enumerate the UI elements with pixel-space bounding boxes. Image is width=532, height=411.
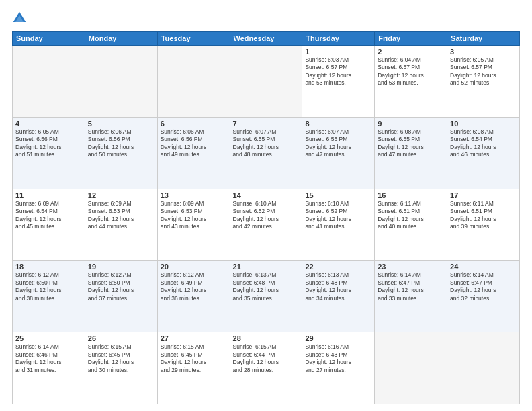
calendar-cell	[375, 332, 447, 404]
day-info: Sunrise: 6:12 AM Sunset: 6:50 PM Dayligh…	[15, 271, 82, 302]
calendar-cell: 25Sunrise: 6:14 AM Sunset: 6:46 PM Dayli…	[13, 332, 85, 404]
calendar-cell: 2Sunrise: 6:04 AM Sunset: 6:57 PM Daylig…	[375, 46, 447, 118]
day-number: 6	[161, 120, 227, 128]
weekday-header: Monday	[85, 32, 157, 46]
calendar-cell: 10Sunrise: 6:08 AM Sunset: 6:54 PM Dayli…	[447, 117, 520, 189]
day-number: 27	[161, 334, 227, 342]
calendar-cell: 15Sunrise: 6:10 AM Sunset: 6:52 PM Dayli…	[302, 189, 375, 261]
day-info: Sunrise: 6:14 AM Sunset: 6:47 PM Dayligh…	[450, 271, 517, 302]
day-number: 2	[378, 48, 444, 56]
day-number: 28	[233, 334, 300, 342]
day-info: Sunrise: 6:10 AM Sunset: 6:52 PM Dayligh…	[305, 200, 371, 231]
day-number: 11	[15, 191, 82, 199]
calendar-cell: 27Sunrise: 6:15 AM Sunset: 6:45 PM Dayli…	[157, 332, 230, 404]
day-number: 3	[450, 48, 517, 56]
day-info: Sunrise: 6:06 AM Sunset: 6:56 PM Dayligh…	[88, 128, 154, 159]
day-info: Sunrise: 6:10 AM Sunset: 6:52 PM Dayligh…	[233, 200, 300, 231]
calendar-cell	[157, 46, 230, 118]
calendar-cell: 28Sunrise: 6:15 AM Sunset: 6:44 PM Dayli…	[230, 332, 302, 404]
day-number: 23	[378, 263, 444, 271]
calendar-cell: 19Sunrise: 6:12 AM Sunset: 6:50 PM Dayli…	[85, 261, 157, 332]
day-info: Sunrise: 6:15 AM Sunset: 6:45 PM Dayligh…	[88, 343, 154, 374]
day-number: 18	[15, 263, 82, 271]
day-number: 24	[450, 263, 517, 271]
weekday-header: Wednesday	[230, 32, 302, 46]
day-number: 14	[233, 191, 300, 199]
day-info: Sunrise: 6:06 AM Sunset: 6:56 PM Dayligh…	[161, 128, 227, 159]
calendar-cell: 29Sunrise: 6:16 AM Sunset: 6:43 PM Dayli…	[302, 332, 375, 404]
day-info: Sunrise: 6:07 AM Sunset: 6:55 PM Dayligh…	[305, 128, 371, 159]
day-info: Sunrise: 6:15 AM Sunset: 6:44 PM Dayligh…	[233, 343, 300, 374]
calendar-cell: 13Sunrise: 6:09 AM Sunset: 6:53 PM Dayli…	[157, 189, 230, 261]
day-number: 10	[450, 120, 517, 128]
calendar-cell: 18Sunrise: 6:12 AM Sunset: 6:50 PM Dayli…	[13, 261, 85, 332]
day-number: 19	[88, 263, 154, 271]
day-info: Sunrise: 6:12 AM Sunset: 6:49 PM Dayligh…	[161, 271, 227, 302]
day-number: 8	[305, 120, 371, 128]
calendar-cell: 6Sunrise: 6:06 AM Sunset: 6:56 PM Daylig…	[157, 117, 230, 189]
day-number: 17	[450, 191, 517, 199]
day-number: 7	[233, 120, 300, 128]
day-info: Sunrise: 6:08 AM Sunset: 6:55 PM Dayligh…	[378, 128, 444, 159]
calendar-cell	[447, 332, 520, 404]
calendar-cell: 4Sunrise: 6:05 AM Sunset: 6:56 PM Daylig…	[13, 117, 85, 189]
day-info: Sunrise: 6:05 AM Sunset: 6:57 PM Dayligh…	[450, 56, 517, 87]
calendar-cell	[230, 46, 302, 118]
header	[12, 11, 520, 26]
day-info: Sunrise: 6:09 AM Sunset: 6:54 PM Dayligh…	[15, 200, 82, 231]
calendar-cell	[85, 46, 157, 118]
day-info: Sunrise: 6:07 AM Sunset: 6:55 PM Dayligh…	[233, 128, 300, 159]
calendar-week-row: 4Sunrise: 6:05 AM Sunset: 6:56 PM Daylig…	[13, 117, 520, 189]
logo	[12, 11, 30, 26]
calendar-cell: 11Sunrise: 6:09 AM Sunset: 6:54 PM Dayli…	[13, 189, 85, 261]
day-info: Sunrise: 6:13 AM Sunset: 6:48 PM Dayligh…	[305, 271, 371, 302]
day-info: Sunrise: 6:16 AM Sunset: 6:43 PM Dayligh…	[305, 343, 371, 374]
day-number: 16	[378, 191, 444, 199]
calendar-cell: 7Sunrise: 6:07 AM Sunset: 6:55 PM Daylig…	[230, 117, 302, 189]
day-number: 20	[161, 263, 227, 271]
logo-icon	[12, 11, 27, 26]
calendar-cell: 1Sunrise: 6:03 AM Sunset: 6:57 PM Daylig…	[302, 46, 375, 118]
day-info: Sunrise: 6:13 AM Sunset: 6:48 PM Dayligh…	[233, 271, 300, 302]
day-info: Sunrise: 6:04 AM Sunset: 6:57 PM Dayligh…	[378, 56, 444, 87]
weekday-header: Thursday	[302, 32, 375, 46]
day-info: Sunrise: 6:12 AM Sunset: 6:50 PM Dayligh…	[88, 271, 154, 302]
day-number: 15	[305, 191, 371, 199]
calendar-cell: 16Sunrise: 6:11 AM Sunset: 6:51 PM Dayli…	[375, 189, 447, 261]
day-number: 12	[88, 191, 154, 199]
day-number: 9	[378, 120, 444, 128]
day-number: 13	[161, 191, 227, 199]
day-number: 1	[305, 48, 371, 56]
calendar-cell: 21Sunrise: 6:13 AM Sunset: 6:48 PM Dayli…	[230, 261, 302, 332]
calendar-cell: 8Sunrise: 6:07 AM Sunset: 6:55 PM Daylig…	[302, 117, 375, 189]
calendar-week-row: 25Sunrise: 6:14 AM Sunset: 6:46 PM Dayli…	[13, 332, 520, 404]
day-number: 4	[15, 120, 82, 128]
calendar-cell	[13, 46, 85, 118]
calendar-cell: 24Sunrise: 6:14 AM Sunset: 6:47 PM Dayli…	[447, 261, 520, 332]
calendar-header-row: SundayMondayTuesdayWednesdayThursdayFrid…	[13, 32, 520, 46]
day-info: Sunrise: 6:14 AM Sunset: 6:47 PM Dayligh…	[378, 271, 444, 302]
calendar-cell: 26Sunrise: 6:15 AM Sunset: 6:45 PM Dayli…	[85, 332, 157, 404]
calendar-cell: 9Sunrise: 6:08 AM Sunset: 6:55 PM Daylig…	[375, 117, 447, 189]
day-info: Sunrise: 6:14 AM Sunset: 6:46 PM Dayligh…	[15, 343, 82, 374]
calendar-week-row: 11Sunrise: 6:09 AM Sunset: 6:54 PM Dayli…	[13, 189, 520, 261]
day-number: 29	[305, 334, 371, 342]
weekday-header: Sunday	[13, 32, 85, 46]
day-info: Sunrise: 6:03 AM Sunset: 6:57 PM Dayligh…	[305, 56, 371, 87]
day-info: Sunrise: 6:11 AM Sunset: 6:51 PM Dayligh…	[450, 200, 517, 231]
day-number: 25	[15, 334, 82, 342]
day-number: 22	[305, 263, 371, 271]
calendar-cell: 3Sunrise: 6:05 AM Sunset: 6:57 PM Daylig…	[447, 46, 520, 118]
calendar-cell: 5Sunrise: 6:06 AM Sunset: 6:56 PM Daylig…	[85, 117, 157, 189]
calendar-cell: 20Sunrise: 6:12 AM Sunset: 6:49 PM Dayli…	[157, 261, 230, 332]
calendar-cell: 12Sunrise: 6:09 AM Sunset: 6:53 PM Dayli…	[85, 189, 157, 261]
weekday-header: Saturday	[447, 32, 520, 46]
day-number: 5	[88, 120, 154, 128]
calendar-cell: 22Sunrise: 6:13 AM Sunset: 6:48 PM Dayli…	[302, 261, 375, 332]
weekday-header: Friday	[375, 32, 447, 46]
day-info: Sunrise: 6:09 AM Sunset: 6:53 PM Dayligh…	[88, 200, 154, 231]
calendar-week-row: 1Sunrise: 6:03 AM Sunset: 6:57 PM Daylig…	[13, 46, 520, 118]
calendar-cell: 23Sunrise: 6:14 AM Sunset: 6:47 PM Dayli…	[375, 261, 447, 332]
day-info: Sunrise: 6:15 AM Sunset: 6:45 PM Dayligh…	[161, 343, 227, 374]
day-number: 21	[233, 263, 300, 271]
